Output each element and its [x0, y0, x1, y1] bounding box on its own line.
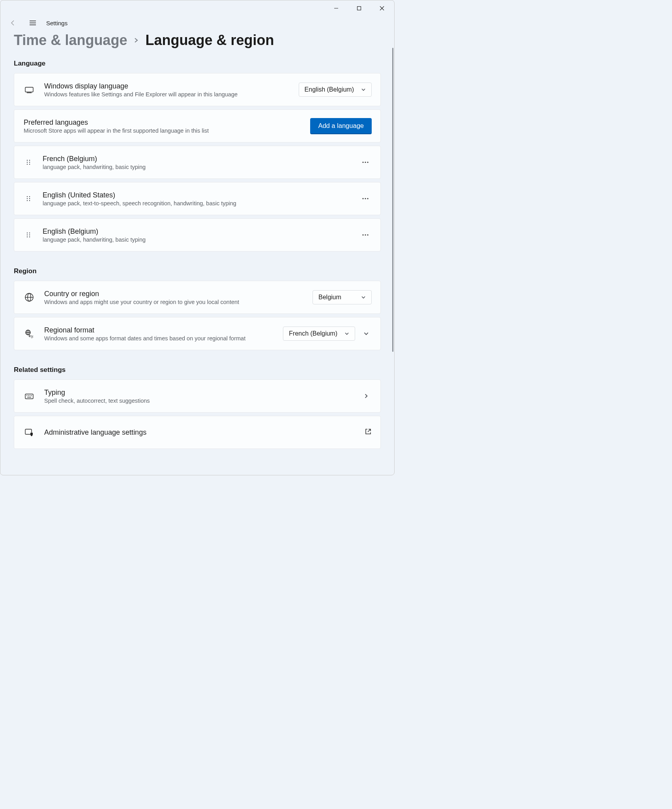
section-title-language: Language — [14, 60, 381, 68]
country-region-row: Country or region Windows and apps might… — [14, 281, 381, 314]
svg-point-30 — [29, 235, 30, 235]
svg-point-18 — [27, 196, 28, 197]
preferred-languages-desc: Microsoft Store apps will appear in the … — [24, 128, 301, 134]
region-format-icon: 字 — [23, 328, 36, 339]
keyboard-icon — [23, 391, 36, 401]
scrollbar-thumb[interactable] — [392, 48, 393, 352]
svg-point-15 — [362, 161, 363, 163]
svg-point-11 — [27, 162, 28, 163]
svg-point-14 — [29, 164, 30, 165]
language-name: English (Belgium) — [43, 227, 350, 236]
display-language-desc: Windows features like Settings and File … — [44, 91, 290, 98]
svg-point-23 — [29, 200, 30, 201]
svg-point-31 — [27, 237, 28, 237]
svg-point-17 — [367, 161, 368, 163]
country-title: Country or region — [44, 290, 304, 298]
hamburger-menu-button[interactable] — [26, 17, 39, 29]
svg-point-24 — [362, 198, 363, 199]
svg-point-26 — [367, 198, 368, 199]
window-titlebar — [0, 0, 394, 16]
expand-button[interactable] — [361, 331, 372, 336]
typing-desc: Spell check, autocorrect, text suggestio… — [44, 398, 352, 404]
chevron-down-icon — [361, 295, 366, 300]
language-desc: language pack, text-to-speech, speech re… — [43, 200, 350, 206]
chevron-down-icon — [361, 87, 366, 92]
section-title-region: Region — [14, 267, 381, 275]
svg-point-29 — [27, 235, 28, 235]
svg-point-13 — [27, 164, 28, 165]
svg-point-21 — [29, 198, 30, 199]
svg-rect-7 — [25, 87, 33, 92]
svg-point-34 — [365, 234, 366, 235]
svg-rect-1 — [358, 7, 361, 10]
external-link-icon — [365, 428, 372, 437]
page-title: Language & region — [145, 32, 274, 49]
preferred-languages-title: Preferred languages — [24, 118, 301, 127]
language-item-english-us[interactable]: English (United States) language pack, t… — [14, 182, 381, 215]
svg-point-20 — [27, 198, 28, 199]
regional-format-value: French (Belgium) — [289, 330, 337, 337]
more-options-button[interactable] — [359, 192, 372, 205]
display-language-dropdown[interactable]: English (Belgium) — [299, 83, 372, 97]
svg-point-22 — [27, 200, 28, 201]
country-value: Belgium — [318, 294, 341, 301]
typing-settings-row[interactable]: Typing Spell check, autocorrect, text su… — [14, 379, 381, 413]
svg-point-27 — [27, 233, 28, 233]
breadcrumb-parent[interactable]: Time & language — [14, 32, 127, 49]
svg-text:字: 字 — [30, 335, 34, 339]
country-desc: Windows and apps might use your country … — [44, 299, 304, 305]
administrative-language-settings-row[interactable]: Administrative language settings — [14, 416, 381, 449]
more-options-button[interactable] — [359, 229, 372, 241]
language-item-english-belgium[interactable]: English (Belgium) language pack, handwri… — [14, 218, 381, 252]
window-maximize-button[interactable] — [350, 2, 368, 15]
globe-icon — [23, 292, 36, 302]
language-name: English (United States) — [43, 191, 350, 199]
svg-point-19 — [29, 196, 30, 197]
svg-point-32 — [29, 237, 30, 237]
chevron-down-icon — [344, 331, 349, 336]
drag-handle-icon[interactable] — [23, 159, 34, 165]
admin-lang-title: Administrative language settings — [44, 428, 356, 437]
more-options-button[interactable] — [359, 156, 372, 169]
country-dropdown[interactable]: Belgium — [313, 290, 372, 304]
typing-title: Typing — [44, 389, 352, 397]
language-item-french-belgium[interactable]: French (Belgium) language pack, handwrit… — [14, 146, 381, 179]
display-language-title: Windows display language — [44, 82, 290, 90]
app-title: Settings — [46, 20, 67, 26]
svg-point-35 — [367, 234, 368, 235]
section-title-related: Related settings — [14, 366, 381, 374]
admin-shield-icon — [23, 427, 36, 437]
chevron-right-icon — [361, 393, 372, 399]
regional-format-row[interactable]: 字 Regional format Windows and some apps … — [14, 317, 381, 350]
svg-point-25 — [365, 198, 366, 199]
breadcrumb: Time & language Language & region — [14, 32, 381, 49]
svg-line-50 — [368, 429, 371, 432]
svg-point-10 — [29, 160, 30, 161]
language-desc: language pack, handwriting, basic typing — [43, 237, 350, 243]
regional-format-desc: Windows and some apps format dates and t… — [44, 335, 274, 342]
windows-display-language-row: Windows display language Windows feature… — [14, 73, 381, 106]
monitor-icon — [23, 84, 36, 95]
drag-handle-icon[interactable] — [23, 232, 34, 238]
display-language-value: English (Belgium) — [305, 86, 354, 93]
language-name: French (Belgium) — [43, 155, 350, 163]
page-content: Time & language Language & region Langua… — [0, 30, 394, 475]
regional-format-title: Regional format — [44, 326, 274, 334]
window-close-button[interactable] — [373, 2, 391, 15]
svg-point-16 — [365, 161, 366, 163]
drag-handle-icon[interactable] — [23, 195, 34, 202]
svg-point-9 — [27, 160, 28, 161]
window-minimize-button[interactable] — [327, 2, 345, 15]
app-topbar: Settings — [0, 16, 394, 30]
svg-point-33 — [362, 234, 363, 235]
language-desc: language pack, handwriting, basic typing — [43, 164, 350, 170]
chevron-right-icon — [133, 35, 139, 45]
svg-point-28 — [29, 233, 30, 233]
back-button[interactable] — [7, 17, 19, 29]
regional-format-dropdown[interactable]: French (Belgium) — [283, 327, 355, 341]
svg-rect-43 — [25, 394, 33, 399]
preferred-languages-row: Preferred languages Microsoft Store apps… — [14, 109, 381, 143]
svg-point-12 — [29, 162, 30, 163]
add-language-button[interactable]: Add a language — [310, 118, 372, 134]
